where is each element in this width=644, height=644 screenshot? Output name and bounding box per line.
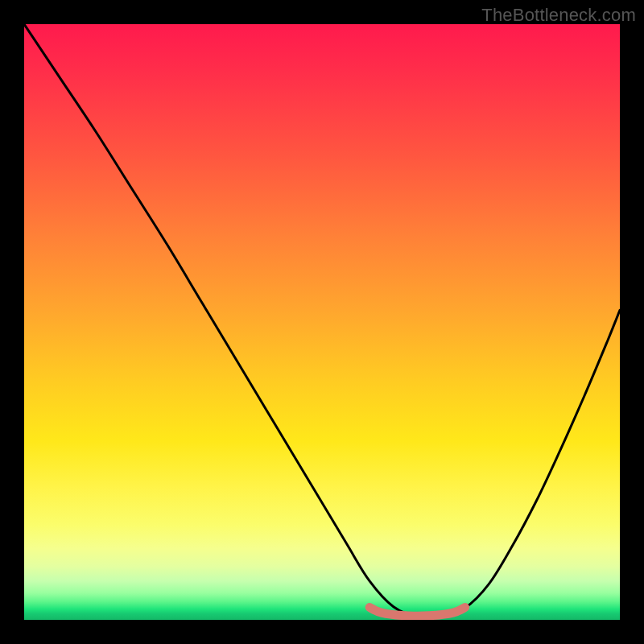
- chart-frame: TheBottleneck.com: [0, 0, 644, 644]
- watermark-text: TheBottleneck.com: [481, 5, 636, 26]
- chart-overlay: [24, 24, 620, 620]
- flat-region-marker: [369, 608, 464, 617]
- bottleneck-curve: [24, 24, 620, 617]
